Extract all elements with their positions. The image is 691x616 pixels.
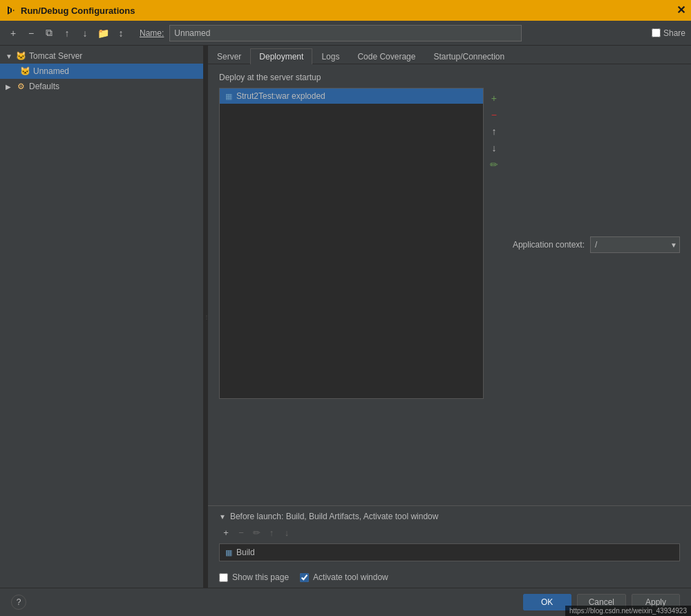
- tab-deployment[interactable]: Deployment: [250, 48, 312, 64]
- deploy-move-down-button[interactable]: ↓: [486, 140, 502, 156]
- before-launch-arrow[interactable]: ▼: [219, 513, 226, 521]
- deploy-add-button[interactable]: +: [486, 91, 502, 106]
- before-launch-section: ▼ Before launch: Build, Build Artifacts,…: [208, 505, 691, 567]
- deploy-item-text: Strut2Test:war exploded: [236, 91, 325, 101]
- show-page-checkbox[interactable]: [219, 573, 228, 582]
- left-panel: ▼ 🐱 Tomcat Server 🐱 Unnamed ▶ ⚙ Defaults: [0, 46, 204, 588]
- copy-config-button[interactable]: ⧉: [41, 26, 57, 41]
- bl-item-build-label: Build: [236, 548, 255, 557]
- show-page-label: Show this page: [232, 572, 289, 582]
- deploy-item-strut2test[interactable]: ▦ Strut2Test:war exploded: [220, 88, 483, 104]
- deploy-section: Deploy at the server startup ▦ Strut2Tes…: [219, 73, 680, 497]
- app-context-row: Application context: / /app /strut2test …: [513, 91, 680, 399]
- dialog-body: + − ⧉ ↑ ↓ 📁 ↕ Name: Share ▼ 🐱 Tomcat Ser…: [0, 21, 691, 616]
- deploy-move-up-button[interactable]: ↑: [486, 124, 502, 139]
- folder-config-button[interactable]: 📁: [95, 26, 111, 41]
- deploy-item-icon: ▦: [225, 92, 232, 101]
- bl-item-build[interactable]: ▦ Build: [221, 545, 678, 559]
- bottom-options: Show this page Activate tool window: [208, 567, 691, 588]
- before-launch-title: Before launch: Build, Build Artifacts, A…: [230, 512, 439, 521]
- app-context-select[interactable]: / /app /strut2test: [590, 236, 680, 253]
- add-config-button[interactable]: +: [6, 26, 21, 41]
- deploy-section-label: Deploy at the server startup: [219, 73, 680, 82]
- svg-rect-2: [12, 8, 13, 12]
- activate-tool-checkbox[interactable]: [300, 573, 309, 582]
- sort-config-button[interactable]: ↕: [113, 26, 129, 41]
- help-button[interactable]: ?: [11, 595, 26, 610]
- right-panel: Server Deployment Logs Code Coverage Sta…: [208, 46, 691, 588]
- deploy-edit-button[interactable]: ✏: [486, 157, 502, 172]
- move-up-config-button[interactable]: ↑: [59, 26, 75, 41]
- defaults-icon: ⚙: [15, 81, 26, 92]
- activate-tool-row: Activate tool window: [300, 572, 388, 582]
- tab-startup-connection[interactable]: Startup/Connection: [424, 48, 513, 64]
- bl-move-up-button[interactable]: ↑: [265, 525, 278, 539]
- run-debug-icon: [6, 5, 17, 16]
- tree-label-tomcat: Tomcat Server: [29, 51, 82, 61]
- bl-move-down-button[interactable]: ↓: [280, 525, 294, 539]
- build-icon: ▦: [225, 548, 232, 557]
- close-button[interactable]: ✕: [676, 5, 685, 16]
- ok-button[interactable]: OK: [523, 594, 571, 610]
- unnamed-config-icon: 🐱: [19, 66, 30, 77]
- tab-content-deployment: Deploy at the server startup ▦ Strut2Tes…: [208, 64, 691, 505]
- toolbar: + − ⧉ ↑ ↓ 📁 ↕ Name: Share: [0, 21, 691, 46]
- svg-marker-0: [8, 6, 15, 15]
- tree-item-defaults[interactable]: ▶ ⚙ Defaults: [0, 79, 203, 94]
- tree-label-unnamed: Unnamed: [33, 66, 69, 76]
- tab-code-coverage[interactable]: Code Coverage: [348, 48, 424, 64]
- before-launch-toolbar: + − ✏ ↑ ↓: [219, 525, 680, 539]
- tab-logs[interactable]: Logs: [312, 48, 348, 64]
- bl-remove-button[interactable]: −: [234, 525, 248, 539]
- name-label: Name:: [140, 28, 164, 38]
- activate-tool-label: Activate tool window: [313, 572, 388, 582]
- watermark: https://blog.csdn.net/weixin_43934923: [565, 606, 691, 616]
- remove-config-button[interactable]: −: [23, 26, 39, 41]
- deploy-remove-button[interactable]: −: [486, 107, 502, 122]
- tree-label-defaults: Defaults: [29, 82, 59, 91]
- deploy-side-buttons: + − ↑ ↓ ✏: [484, 88, 504, 399]
- tree-arrow-defaults: ▶: [6, 83, 12, 91]
- bl-add-button[interactable]: +: [219, 525, 233, 539]
- footer-left: ?: [11, 595, 26, 610]
- share-area: Share: [652, 28, 685, 38]
- show-page-row: Show this page: [219, 572, 289, 582]
- before-launch-header: ▼ Before launch: Build, Build Artifacts,…: [219, 512, 680, 521]
- bl-edit-button[interactable]: ✏: [249, 525, 263, 539]
- share-label: Share: [663, 28, 685, 38]
- title-bar: Run/Debug Configurations ✕: [0, 0, 691, 21]
- move-down-config-button[interactable]: ↓: [77, 26, 93, 41]
- tree-arrow-tomcat: ▼: [6, 53, 12, 60]
- main-content: ▼ 🐱 Tomcat Server 🐱 Unnamed ▶ ⚙ Defaults…: [0, 46, 691, 588]
- share-checkbox[interactable]: [652, 28, 661, 37]
- before-launch-list: ▦ Build: [219, 543, 680, 561]
- app-context-label: Application context:: [513, 240, 585, 250]
- app-context-select-wrapper: / /app /strut2test ▼: [590, 236, 680, 253]
- name-input[interactable]: [169, 25, 522, 41]
- svg-rect-1: [9, 8, 10, 12]
- tabs-bar: Server Deployment Logs Code Coverage Sta…: [208, 46, 691, 64]
- name-row: Name:: [140, 25, 522, 41]
- dialog-title: Run/Debug Configurations: [21, 6, 135, 16]
- tab-server[interactable]: Server: [208, 48, 250, 64]
- tree-item-tomcat-server[interactable]: ▼ 🐱 Tomcat Server: [0, 48, 203, 64]
- deploy-area: ▦ Strut2Test:war exploded + − ↑ ↓ ✏: [219, 88, 680, 399]
- tree-item-unnamed[interactable]: 🐱 Unnamed: [0, 64, 203, 79]
- deploy-list: ▦ Strut2Test:war exploded: [219, 88, 484, 399]
- tomcat-icon: 🐱: [15, 50, 26, 62]
